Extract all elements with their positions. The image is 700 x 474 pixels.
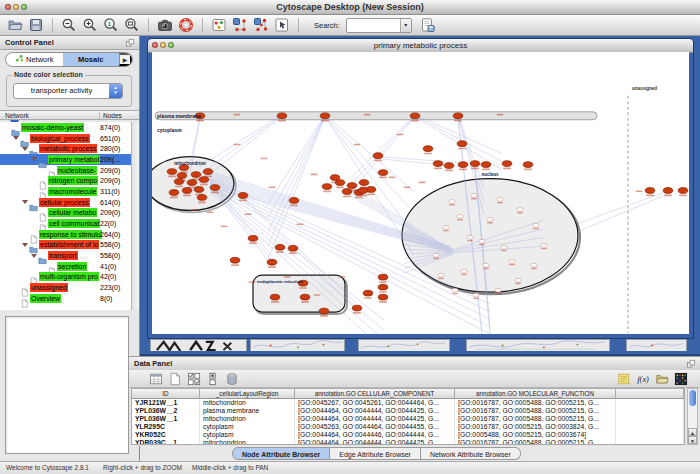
network-node[interactable] xyxy=(449,200,455,204)
search-dropdown-button[interactable]: ▾ xyxy=(400,19,411,32)
network-node[interactable] xyxy=(320,113,330,119)
network-node[interactable] xyxy=(359,180,369,186)
network-node[interactable] xyxy=(267,259,277,265)
background-window-fragment[interactable] xyxy=(466,339,610,351)
layout-a-button[interactable] xyxy=(231,16,249,34)
open-button[interactable] xyxy=(6,16,24,34)
tree-row[interactable]: cellular process614(0) xyxy=(0,197,131,208)
column-header[interactable]: annotation.GO MOLECULAR_FUNCTION xyxy=(455,389,616,398)
tabs-overflow-button[interactable]: ▶ xyxy=(119,53,132,66)
network-node[interactable] xyxy=(479,239,485,243)
network-node[interactable] xyxy=(319,308,329,314)
help-button[interactable] xyxy=(177,16,195,34)
network-window-titlebar[interactable]: primary metabolic process xyxy=(148,39,693,53)
network-node[interactable] xyxy=(277,113,287,119)
new-attribute-button[interactable] xyxy=(168,372,182,386)
tree-row[interactable]: nitrogen compo209(0) xyxy=(0,175,131,186)
network-node[interactable] xyxy=(300,294,310,300)
column-header[interactable]: annotation.GO CELLULAR_COMPONENT xyxy=(295,389,455,398)
column-header[interactable]: ID xyxy=(132,389,200,398)
network-node[interactable] xyxy=(457,215,463,219)
tab-edge-attribute-browser[interactable]: Edge Attribute Browser xyxy=(330,447,421,460)
network-node[interactable] xyxy=(533,223,539,227)
search-input[interactable] xyxy=(347,19,400,32)
network-node[interactable] xyxy=(197,195,207,201)
table-row[interactable]: YPL036W__2plasma membrane[GO:0044464, GO… xyxy=(132,407,684,415)
network-node[interactable] xyxy=(497,198,503,202)
matrix-button[interactable] xyxy=(674,372,688,386)
network-node[interactable] xyxy=(358,188,368,194)
delete-attribute-button[interactable] xyxy=(225,372,239,386)
network-node[interactable] xyxy=(410,113,420,119)
network-node[interactable] xyxy=(438,273,444,277)
network-node[interactable] xyxy=(517,208,523,212)
scroll-up-button[interactable]: ▲ xyxy=(688,428,697,436)
network-node[interactable] xyxy=(347,183,357,189)
tree-row[interactable]: multi-organism pro42(0) xyxy=(0,272,131,283)
expand-arrow-icon[interactable] xyxy=(31,254,37,258)
network-node[interactable] xyxy=(663,188,673,194)
annotation-button[interactable] xyxy=(273,16,291,34)
tree-row[interactable]: response to stimulu264(0) xyxy=(0,229,131,240)
network-node[interactable] xyxy=(378,170,388,176)
network-node[interactable] xyxy=(541,243,547,247)
network-node[interactable] xyxy=(501,245,507,249)
network-node[interactable] xyxy=(288,245,298,251)
network-window[interactable]: primary metabolic process plasma membran… xyxy=(147,38,694,339)
network-node[interactable] xyxy=(238,193,248,199)
background-window-fragment[interactable] xyxy=(250,339,345,351)
float-panel-icon[interactable] xyxy=(125,38,135,48)
network-node[interactable] xyxy=(483,263,489,267)
layout-b-button[interactable] xyxy=(252,16,270,34)
network-canvas[interactable]: plasma membranecytoplasmmitochondrionnuc… xyxy=(152,52,689,334)
zoom-in-button[interactable] xyxy=(81,16,99,34)
expand-arrow-icon[interactable] xyxy=(22,243,28,247)
network-node[interactable] xyxy=(467,235,473,239)
vizmapper-button[interactable] xyxy=(210,16,228,34)
network-node[interactable] xyxy=(169,190,179,196)
tree-row[interactable]: secretion41(0) xyxy=(0,261,131,272)
expand-arrow-icon[interactable] xyxy=(13,136,19,140)
tree-row[interactable]: cell communicat22(0) xyxy=(0,218,131,229)
network-node[interactable] xyxy=(322,184,332,190)
network-node[interactable] xyxy=(470,161,480,167)
zoom-fit-button[interactable] xyxy=(123,16,141,34)
network-node[interactable] xyxy=(378,274,388,280)
network-node[interactable] xyxy=(177,173,187,179)
network-node[interactable] xyxy=(342,189,352,195)
tree-row[interactable]: macromolecule311(0) xyxy=(0,186,131,197)
network-node[interactable] xyxy=(199,177,209,183)
network-node[interactable] xyxy=(167,169,177,175)
tree-row[interactable]: cellular metabo209(0) xyxy=(0,208,131,219)
zoom-out-button[interactable] xyxy=(60,16,78,34)
network-node[interactable] xyxy=(461,269,467,273)
network-node[interactable] xyxy=(523,162,533,168)
network-node[interactable] xyxy=(531,263,537,267)
network-node[interactable] xyxy=(203,169,213,175)
formula-button[interactable]: f(x) xyxy=(636,372,650,386)
network-node[interactable] xyxy=(515,278,521,282)
network-node[interactable] xyxy=(182,188,192,194)
tree-row[interactable]: Overview8(0) xyxy=(0,293,131,304)
table-row[interactable]: YLR295Ccytoplasm[GO:0045263, GO:0044464,… xyxy=(132,423,684,431)
save-button[interactable] xyxy=(27,16,45,34)
tab-network-attribute-browser[interactable]: Network Attribute Browser xyxy=(421,447,521,460)
network-node[interactable] xyxy=(378,284,388,290)
column-header[interactable] xyxy=(616,389,684,398)
snapshot-button[interactable] xyxy=(156,16,174,34)
import-button[interactable] xyxy=(655,372,669,386)
network-node[interactable] xyxy=(452,288,458,292)
network-node[interactable] xyxy=(509,259,515,263)
tree-scrollbar[interactable] xyxy=(131,122,139,310)
attribute-grid-button[interactable] xyxy=(206,372,220,386)
table-button[interactable] xyxy=(149,372,163,386)
network-node[interactable] xyxy=(194,187,204,193)
tree-row[interactable]: nucleobase-209(0) xyxy=(0,165,131,176)
tree-row[interactable]: unassigned223(0) xyxy=(0,282,131,293)
tab-mosaic[interactable]: Mosaic xyxy=(63,53,120,66)
network-node[interactable] xyxy=(289,198,299,204)
network-node[interactable] xyxy=(270,294,280,300)
network-node[interactable] xyxy=(678,188,688,194)
scrollbar-thumb[interactable] xyxy=(689,390,696,406)
tree-row[interactable]: primary metabol209(... xyxy=(0,154,131,165)
